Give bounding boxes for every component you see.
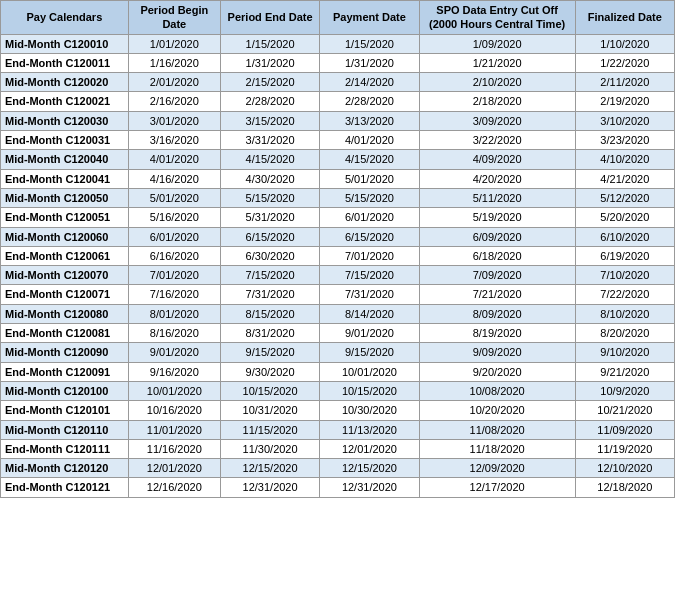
table-cell-19-2: 10/31/2020 (220, 401, 319, 420)
table-cell-4-0: Mid-Month C120030 (1, 111, 129, 130)
table-row: Mid-Month C1200303/01/20203/15/20203/13/… (1, 111, 675, 130)
table-cell-1-5: 1/22/2020 (575, 53, 674, 72)
table-cell-15-2: 8/31/2020 (220, 324, 319, 343)
table-cell-0-4: 1/09/2020 (419, 34, 575, 53)
table-cell-1-2: 1/31/2020 (220, 53, 319, 72)
table-cell-14-1: 8/01/2020 (128, 304, 220, 323)
table-cell-5-4: 3/22/2020 (419, 131, 575, 150)
table-row: End-Month C1200616/16/20206/30/20207/01/… (1, 246, 675, 265)
table-cell-13-0: End-Month C120071 (1, 285, 129, 304)
table-row: End-Month C1200919/16/20209/30/202010/01… (1, 362, 675, 381)
table-cell-22-0: Mid-Month C120120 (1, 459, 129, 478)
table-cell-0-0: Mid-Month C120010 (1, 34, 129, 53)
table-row: Mid-Month C1200808/01/20208/15/20208/14/… (1, 304, 675, 323)
table-cell-17-1: 9/16/2020 (128, 362, 220, 381)
header-cell-4: SPO Data Entry Cut Off (2000 Hours Centr… (419, 1, 575, 35)
table-cell-16-3: 9/15/2020 (320, 343, 419, 362)
table-row: Mid-Month C1200707/01/20207/15/20207/15/… (1, 266, 675, 285)
table-cell-19-4: 10/20/2020 (419, 401, 575, 420)
table-row: Mid-Month C1200909/01/20209/15/20209/15/… (1, 343, 675, 362)
table-cell-10-2: 6/15/2020 (220, 227, 319, 246)
table-cell-12-0: Mid-Month C120070 (1, 266, 129, 285)
table-cell-18-2: 10/15/2020 (220, 381, 319, 400)
table-row: End-Month C12012112/16/202012/31/202012/… (1, 478, 675, 497)
table-cell-21-3: 12/01/2020 (320, 439, 419, 458)
table-cell-23-2: 12/31/2020 (220, 478, 319, 497)
table-cell-11-4: 6/18/2020 (419, 246, 575, 265)
table-cell-10-4: 6/09/2020 (419, 227, 575, 246)
table-cell-18-5: 10/9/2020 (575, 381, 674, 400)
table-cell-13-1: 7/16/2020 (128, 285, 220, 304)
table-cell-16-0: Mid-Month C120090 (1, 343, 129, 362)
table-cell-2-0: Mid-Month C120020 (1, 73, 129, 92)
table-cell-5-1: 3/16/2020 (128, 131, 220, 150)
table-cell-4-5: 3/10/2020 (575, 111, 674, 130)
header-row: Pay CalendarsPeriod Begin DatePeriod End… (1, 1, 675, 35)
table-cell-22-1: 12/01/2020 (128, 459, 220, 478)
table-cell-6-5: 4/10/2020 (575, 150, 674, 169)
table-cell-16-2: 9/15/2020 (220, 343, 319, 362)
table-cell-12-5: 7/10/2020 (575, 266, 674, 285)
table-cell-15-5: 8/20/2020 (575, 324, 674, 343)
table-cell-20-5: 11/09/2020 (575, 420, 674, 439)
table-cell-20-1: 11/01/2020 (128, 420, 220, 439)
table-row: Mid-Month C1200101/01/20201/15/20201/15/… (1, 34, 675, 53)
table-cell-14-5: 8/10/2020 (575, 304, 674, 323)
table-cell-17-0: End-Month C120091 (1, 362, 129, 381)
table-cell-17-4: 9/20/2020 (419, 362, 575, 381)
table-cell-5-3: 4/01/2020 (320, 131, 419, 150)
table-cell-6-1: 4/01/2020 (128, 150, 220, 169)
table-cell-13-4: 7/21/2020 (419, 285, 575, 304)
table-cell-3-3: 2/28/2020 (320, 92, 419, 111)
table-row: End-Month C1200717/16/20207/31/20207/31/… (1, 285, 675, 304)
header-cell-5: Finalized Date (575, 1, 674, 35)
table-cell-5-5: 3/23/2020 (575, 131, 674, 150)
table-cell-10-0: Mid-Month C120060 (1, 227, 129, 246)
table-cell-22-2: 12/15/2020 (220, 459, 319, 478)
table-row: End-Month C1200515/16/20205/31/20206/01/… (1, 208, 675, 227)
table-cell-4-4: 3/09/2020 (419, 111, 575, 130)
table-cell-9-3: 6/01/2020 (320, 208, 419, 227)
table-cell-11-5: 6/19/2020 (575, 246, 674, 265)
table-cell-9-1: 5/16/2020 (128, 208, 220, 227)
table-cell-21-5: 11/19/2020 (575, 439, 674, 458)
table-row: Mid-Month C12012012/01/202012/15/202012/… (1, 459, 675, 478)
table-cell-21-2: 11/30/2020 (220, 439, 319, 458)
table-cell-12-4: 7/09/2020 (419, 266, 575, 285)
table-cell-23-4: 12/17/2020 (419, 478, 575, 497)
table-cell-9-5: 5/20/2020 (575, 208, 674, 227)
table-cell-6-0: Mid-Month C120040 (1, 150, 129, 169)
table-cell-7-2: 4/30/2020 (220, 169, 319, 188)
table-cell-20-4: 11/08/2020 (419, 420, 575, 439)
table-row: Mid-Month C1200404/01/20204/15/20204/15/… (1, 150, 675, 169)
table-cell-7-0: End-Month C120041 (1, 169, 129, 188)
table-cell-10-5: 6/10/2020 (575, 227, 674, 246)
table-cell-14-3: 8/14/2020 (320, 304, 419, 323)
table-cell-11-1: 6/16/2020 (128, 246, 220, 265)
table-row: End-Month C12011111/16/202011/30/202012/… (1, 439, 675, 458)
table-cell-0-1: 1/01/2020 (128, 34, 220, 53)
table-cell-22-4: 12/09/2020 (419, 459, 575, 478)
table-cell-7-1: 4/16/2020 (128, 169, 220, 188)
table-cell-0-5: 1/10/2020 (575, 34, 674, 53)
table-cell-4-1: 3/01/2020 (128, 111, 220, 130)
header-cell-1: Period Begin Date (128, 1, 220, 35)
table-row: Mid-Month C12010010/01/202010/15/202010/… (1, 381, 675, 400)
table-cell-21-1: 11/16/2020 (128, 439, 220, 458)
table-row: Mid-Month C1200505/01/20205/15/20205/15/… (1, 188, 675, 207)
table-cell-2-4: 2/10/2020 (419, 73, 575, 92)
table-row: Mid-Month C1200606/01/20206/15/20206/15/… (1, 227, 675, 246)
table-row: End-Month C1200818/16/20208/31/20209/01/… (1, 324, 675, 343)
table-row: End-Month C12010110/16/202010/31/202010/… (1, 401, 675, 420)
table-cell-21-0: End-Month C120111 (1, 439, 129, 458)
table-cell-4-3: 3/13/2020 (320, 111, 419, 130)
table-cell-8-1: 5/01/2020 (128, 188, 220, 207)
table-cell-5-0: End-Month C120031 (1, 131, 129, 150)
table-cell-8-3: 5/15/2020 (320, 188, 419, 207)
table-cell-1-3: 1/31/2020 (320, 53, 419, 72)
table-cell-23-3: 12/31/2020 (320, 478, 419, 497)
table-cell-13-3: 7/31/2020 (320, 285, 419, 304)
table-cell-16-4: 9/09/2020 (419, 343, 575, 362)
table-cell-2-1: 2/01/2020 (128, 73, 220, 92)
table-cell-19-0: End-Month C120101 (1, 401, 129, 420)
